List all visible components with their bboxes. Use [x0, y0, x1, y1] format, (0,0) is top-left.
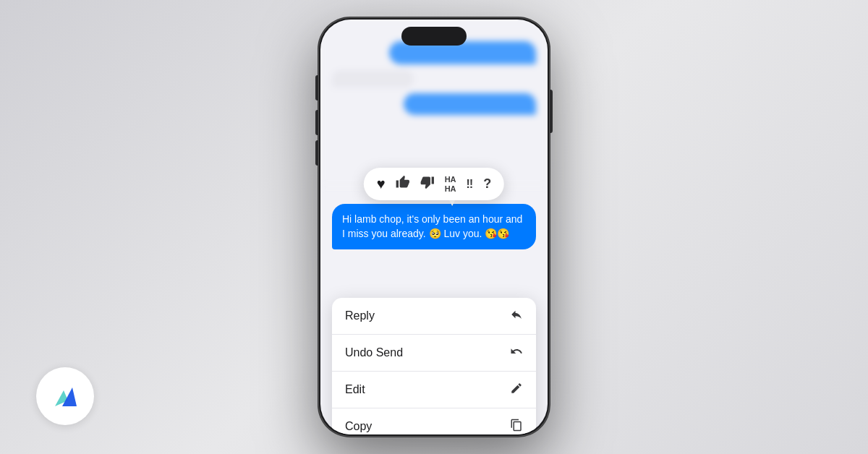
phone-frame: ♥ HAHA ‼ ? Hi lamb chop, it' [318, 17, 550, 437]
reply-icon [510, 308, 523, 324]
menu-item-undo-send[interactable]: Undo Send [332, 335, 536, 372]
reaction-thumbsup-icon[interactable] [396, 175, 410, 193]
blurred-bubble-3 [404, 93, 536, 115]
reaction-emphasis-icon[interactable]: ‼ [467, 178, 474, 191]
edit-icon [510, 382, 523, 398]
copy-icon [510, 419, 523, 434]
menu-item-edit[interactable]: Edit [332, 372, 536, 408]
context-menu: Reply Undo Send Edit [332, 298, 536, 434]
message-text: Hi lamb chop, it's only been an hour and… [342, 213, 522, 239]
reaction-bar: ♥ HAHA ‼ ? [364, 168, 504, 200]
menu-item-reply[interactable]: Reply [332, 298, 536, 335]
reaction-question-icon[interactable]: ? [483, 176, 491, 192]
undo-send-icon [510, 345, 523, 361]
menu-item-reply-label: Reply [345, 309, 375, 322]
reaction-heart-icon[interactable]: ♥ [377, 176, 386, 192]
blurred-bubble-2 [332, 70, 414, 87]
menu-item-copy[interactable]: Copy [332, 408, 536, 434]
reaction-thumbsdown-icon[interactable] [420, 175, 435, 193]
alchemy-logo-icon [49, 380, 81, 412]
menu-item-undo-label: Undo Send [345, 346, 403, 359]
message-bubble: Hi lamb chop, it's only been an hour and… [332, 204, 536, 249]
dynamic-island [401, 27, 467, 46]
phone-screen: ♥ HAHA ‼ ? Hi lamb chop, it' [320, 20, 548, 434]
logo-container [36, 367, 94, 425]
menu-item-edit-label: Edit [345, 383, 365, 396]
reaction-haha-icon[interactable]: HAHA [445, 175, 456, 192]
logo [49, 380, 81, 412]
menu-item-copy-label: Copy [345, 420, 372, 433]
